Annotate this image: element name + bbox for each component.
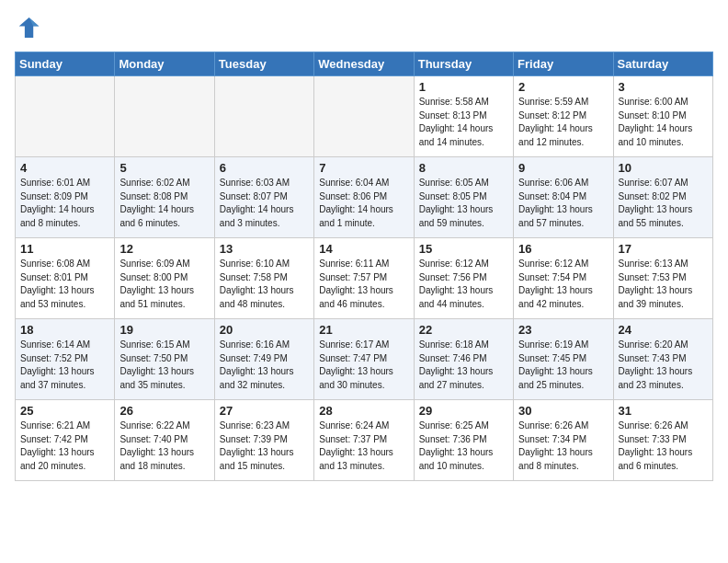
calendar-day: 19Sunrise: 6:15 AM Sunset: 7:50 PM Dayli… [115,319,214,400]
day-info: Sunrise: 6:11 AM Sunset: 7:57 PM Dayligh… [319,258,408,311]
day-info: Sunrise: 6:04 AM Sunset: 8:06 PM Dayligh… [319,177,408,230]
calendar-week-3: 18Sunrise: 6:14 AM Sunset: 7:52 PM Dayli… [16,319,713,400]
day-number: 27 [220,404,309,418]
day-info: Sunrise: 6:26 AM Sunset: 7:34 PM Dayligh… [518,419,608,473]
day-info: Sunrise: 6:18 AM Sunset: 7:46 PM Dayligh… [419,339,508,392]
calendar-day: 20Sunrise: 6:16 AM Sunset: 7:49 PM Dayli… [214,319,313,400]
weekday-saturday: Saturday [613,52,712,76]
day-number: 30 [518,404,608,418]
day-number: 2 [518,80,608,94]
calendar-day: 21Sunrise: 6:17 AM Sunset: 7:47 PM Dayli… [314,319,414,400]
calendar-day: 31Sunrise: 6:26 AM Sunset: 7:33 PM Dayli… [613,400,712,481]
day-number: 20 [220,323,309,337]
calendar-day: 14Sunrise: 6:11 AM Sunset: 7:57 PM Dayli… [314,238,414,319]
weekday-wednesday: Wednesday [314,52,414,76]
day-number: 6 [220,161,309,175]
weekday-thursday: Thursday [414,52,513,76]
day-info: Sunrise: 6:14 AM Sunset: 7:52 PM Dayligh… [20,339,109,392]
day-info: Sunrise: 5:58 AM Sunset: 8:13 PM Dayligh… [419,96,508,149]
day-info: Sunrise: 6:01 AM Sunset: 8:09 PM Dayligh… [20,177,109,230]
day-number: 3 [619,80,708,94]
calendar-day: 29Sunrise: 6:25 AM Sunset: 7:36 PM Dayli… [414,400,513,481]
calendar-day: 13Sunrise: 6:10 AM Sunset: 7:58 PM Dayli… [214,238,313,319]
calendar-week-4: 25Sunrise: 6:21 AM Sunset: 7:42 PM Dayli… [16,400,713,481]
day-info: Sunrise: 6:13 AM Sunset: 7:53 PM Dayligh… [619,258,708,311]
calendar-day: 24Sunrise: 6:20 AM Sunset: 7:43 PM Dayli… [613,319,712,400]
weekday-monday: Monday [115,52,214,76]
day-number: 14 [319,242,408,256]
day-number: 28 [319,404,408,418]
day-info: Sunrise: 6:21 AM Sunset: 7:42 PM Dayligh… [20,419,109,473]
day-number: 16 [518,242,608,256]
day-info: Sunrise: 6:22 AM Sunset: 7:40 PM Dayligh… [119,419,209,473]
weekday-header-row: SundayMondayTuesdayWednesdayThursdayFrid… [16,52,713,76]
day-number: 9 [518,161,608,175]
calendar-header: SundayMondayTuesdayWednesdayThursdayFrid… [16,52,713,76]
day-info: Sunrise: 6:20 AM Sunset: 7:43 PM Dayligh… [619,339,708,392]
calendar-week-0: 1Sunrise: 5:58 AM Sunset: 8:13 PM Daylig… [16,76,713,157]
day-number: 1 [419,80,508,94]
calendar-day: 3Sunrise: 6:00 AM Sunset: 8:10 PM Daylig… [613,76,712,157]
day-number: 13 [220,242,309,256]
day-number: 4 [20,161,109,175]
calendar-day: 30Sunrise: 6:26 AM Sunset: 7:34 PM Dayli… [514,400,613,481]
calendar-day: 8Sunrise: 6:05 AM Sunset: 8:05 PM Daylig… [414,157,513,238]
calendar-day: 15Sunrise: 6:12 AM Sunset: 7:56 PM Dayli… [414,238,513,319]
weekday-friday: Friday [514,52,613,76]
calendar-day: 12Sunrise: 6:09 AM Sunset: 8:00 PM Dayli… [115,238,214,319]
day-number: 5 [119,161,209,175]
calendar-day: 26Sunrise: 6:22 AM Sunset: 7:40 PM Dayli… [115,400,214,481]
calendar-day: 1Sunrise: 5:58 AM Sunset: 8:13 PM Daylig… [414,76,513,157]
day-number: 11 [20,242,109,256]
calendar-day [16,76,115,157]
calendar-day [115,76,214,157]
day-info: Sunrise: 6:25 AM Sunset: 7:36 PM Dayligh… [419,419,508,473]
day-info: Sunrise: 6:02 AM Sunset: 8:08 PM Dayligh… [119,177,209,230]
logo-icon [15,15,40,40]
day-number: 31 [619,404,708,418]
calendar-day: 22Sunrise: 6:18 AM Sunset: 7:46 PM Dayli… [414,319,513,400]
day-number: 25 [20,404,109,418]
calendar-day: 11Sunrise: 6:08 AM Sunset: 8:01 PM Dayli… [16,238,115,319]
day-number: 10 [619,161,708,175]
day-info: Sunrise: 6:09 AM Sunset: 8:00 PM Dayligh… [119,258,209,311]
calendar-day: 16Sunrise: 6:12 AM Sunset: 7:54 PM Dayli… [514,238,613,319]
day-info: Sunrise: 6:19 AM Sunset: 7:45 PM Dayligh… [518,339,608,392]
day-info: Sunrise: 6:10 AM Sunset: 7:58 PM Dayligh… [220,258,309,311]
day-info: Sunrise: 6:00 AM Sunset: 8:10 PM Dayligh… [619,96,708,149]
calendar-day: 7Sunrise: 6:04 AM Sunset: 8:06 PM Daylig… [314,157,414,238]
day-info: Sunrise: 6:06 AM Sunset: 8:04 PM Dayligh… [518,177,608,230]
day-number: 18 [20,323,109,337]
calendar-day: 25Sunrise: 6:21 AM Sunset: 7:42 PM Dayli… [16,400,115,481]
calendar-week-1: 4Sunrise: 6:01 AM Sunset: 8:09 PM Daylig… [16,157,713,238]
day-number: 7 [319,161,408,175]
day-info: Sunrise: 6:24 AM Sunset: 7:37 PM Dayligh… [319,419,408,473]
calendar-day: 6Sunrise: 6:03 AM Sunset: 8:07 PM Daylig… [214,157,313,238]
day-number: 17 [619,242,708,256]
day-number: 29 [419,404,508,418]
calendar-table: SundayMondayTuesdayWednesdayThursdayFrid… [15,52,713,481]
calendar-day: 28Sunrise: 6:24 AM Sunset: 7:37 PM Dayli… [314,400,414,481]
day-info: Sunrise: 5:59 AM Sunset: 8:12 PM Dayligh… [518,96,608,149]
day-info: Sunrise: 6:16 AM Sunset: 7:49 PM Dayligh… [220,339,309,392]
day-info: Sunrise: 6:12 AM Sunset: 7:56 PM Dayligh… [419,258,508,311]
calendar-day: 2Sunrise: 5:59 AM Sunset: 8:12 PM Daylig… [514,76,613,157]
day-number: 12 [119,242,209,256]
day-info: Sunrise: 6:03 AM Sunset: 8:07 PM Dayligh… [220,177,309,230]
day-number: 15 [419,242,508,256]
day-number: 21 [319,323,408,337]
calendar-day: 18Sunrise: 6:14 AM Sunset: 7:52 PM Dayli… [16,319,115,400]
calendar-day: 17Sunrise: 6:13 AM Sunset: 7:53 PM Dayli… [613,238,712,319]
day-number: 24 [619,323,708,337]
weekday-tuesday: Tuesday [214,52,313,76]
day-info: Sunrise: 6:17 AM Sunset: 7:47 PM Dayligh… [319,339,408,392]
svg-marker-0 [19,17,40,38]
calendar-day: 9Sunrise: 6:06 AM Sunset: 8:04 PM Daylig… [514,157,613,238]
day-number: 26 [119,404,209,418]
day-number: 22 [419,323,508,337]
calendar-day: 10Sunrise: 6:07 AM Sunset: 8:02 PM Dayli… [613,157,712,238]
calendar-day: 4Sunrise: 6:01 AM Sunset: 8:09 PM Daylig… [16,157,115,238]
day-info: Sunrise: 6:08 AM Sunset: 8:01 PM Dayligh… [20,258,109,311]
calendar-day: 23Sunrise: 6:19 AM Sunset: 7:45 PM Dayli… [514,319,613,400]
page-header [15,15,713,40]
